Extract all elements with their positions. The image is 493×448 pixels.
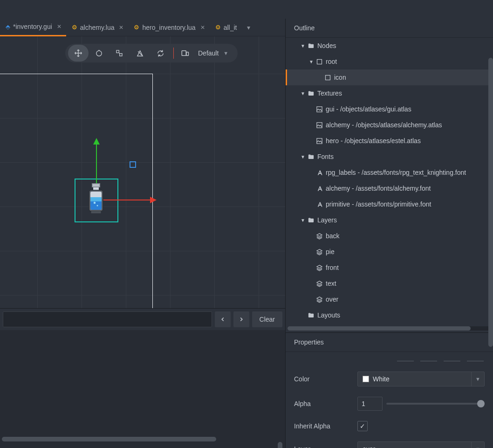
- console-next-button[interactable]: [233, 311, 249, 327]
- tree-row-pie[interactable]: pie: [286, 244, 493, 260]
- scrollbar-vertical[interactable]: [278, 442, 282, 448]
- tree-label: Textures: [317, 90, 342, 97]
- expand-icon[interactable]: ▼: [308, 59, 315, 64]
- layer-label: Layer: [294, 445, 357, 448]
- svg-rect-4: [186, 52, 189, 56]
- svg-rect-1: [116, 50, 119, 53]
- outline-tree[interactable]: ▼Nodes▼rooticon▼Texturesgui - /objects/a…: [286, 38, 493, 332]
- properties-title: Properties: [286, 333, 493, 352]
- tree-label: rpg_labels - /assets/fonts/rpg_text_knig…: [326, 169, 466, 176]
- editor-tabs: ⬘ *inventory.gui ✕ ⚙ alchemy.lua ✕ ⚙ her…: [0, 19, 285, 36]
- tree-row-hero[interactable]: hero - /objects/atlases/estel.atlas: [286, 133, 493, 149]
- tool-device[interactable]: [177, 45, 193, 62]
- expand-icon[interactable]: ▼: [300, 218, 306, 223]
- svg-rect-7: [93, 187, 99, 190]
- folder-icon: [306, 153, 315, 160]
- slider-thumb[interactable]: [477, 400, 485, 407]
- color-select[interactable]: White ▼: [357, 372, 485, 386]
- svg-rect-3: [182, 51, 186, 56]
- tree-row-rpglabels[interactable]: rpg_labels - /assets/fonts/rpg_text_knig…: [286, 165, 493, 180]
- expand-icon[interactable]: ▼: [300, 43, 306, 48]
- svg-point-13: [97, 205, 98, 207]
- tool-rotate[interactable]: [89, 45, 109, 62]
- alpha-input[interactable]: 1: [357, 397, 383, 411]
- layer-icon: [315, 248, 324, 255]
- tree-label: hero - /objects/atlases/estel.atlas: [326, 137, 421, 145]
- tab-alchemy-lua[interactable]: ⚙ alchemy.lua ✕: [66, 19, 129, 36]
- tab-label: alchemy.lua: [80, 24, 115, 31]
- svg-rect-14: [91, 211, 101, 214]
- tree-label: pie: [326, 248, 335, 255]
- scene-canvas[interactable]: [0, 36, 285, 308]
- color-label: Color: [294, 375, 357, 383]
- tree-row-textures[interactable]: ▼Textures: [286, 85, 493, 101]
- expand-icon[interactable]: ▼: [300, 154, 306, 159]
- console-prev-button[interactable]: [215, 311, 231, 327]
- chevron-down-icon: ▼: [223, 50, 228, 56]
- tree-label: over: [326, 296, 338, 303]
- tool-move[interactable]: [68, 45, 89, 62]
- tree-label: text: [326, 280, 336, 287]
- tree-label: Layers: [317, 216, 337, 224]
- tree-row-text[interactable]: text: [286, 276, 493, 291]
- box-icon: [315, 58, 324, 65]
- gear-icon: ⚙: [134, 24, 139, 31]
- layout-select[interactable]: Default ▼: [193, 49, 235, 57]
- tree-row-root[interactable]: ▼root: [286, 54, 493, 69]
- layer-icon: [315, 264, 324, 271]
- chevron-down-icon: ▼: [471, 442, 484, 448]
- folder-icon: [306, 90, 315, 97]
- alpha-slider[interactable]: [386, 403, 485, 405]
- tabs-dropdown[interactable]: ▾: [241, 24, 256, 31]
- chevron-down-icon: ▼: [471, 372, 484, 386]
- svg-rect-11: [90, 197, 102, 201]
- tree-label: primitive - /assets/fonts/primitive.font: [326, 200, 431, 208]
- cube-icon: ⬘: [6, 23, 10, 30]
- scrollbar-horizontal[interactable]: [2, 437, 216, 441]
- box-icon: [323, 74, 332, 81]
- tab-hero-inventory-lua[interactable]: ⚙ hero_inventory.lua ✕: [128, 19, 209, 36]
- tree-label: icon: [334, 74, 346, 81]
- close-icon[interactable]: ✕: [57, 23, 62, 30]
- tree-row-alchemy[interactable]: alchemy - /objects/atlases/alchemy.atlas: [286, 117, 493, 133]
- potion-sprite[interactable]: [85, 182, 107, 215]
- image-icon: [315, 138, 324, 145]
- svg-rect-15: [317, 59, 322, 64]
- tree-row-fonts[interactable]: ▼Fonts: [286, 149, 493, 165]
- alpha-label: Alpha: [294, 400, 357, 407]
- console-clear-button[interactable]: Clear: [252, 311, 282, 327]
- tool-refresh[interactable]: [150, 45, 171, 62]
- folder-icon: [306, 217, 315, 224]
- tool-scale[interactable]: [109, 45, 130, 62]
- tree-row-primitive[interactable]: primitive - /assets/fonts/primitive.font: [286, 196, 493, 212]
- console-input[interactable]: [3, 311, 212, 327]
- tree-row-gui[interactable]: gui - /objects/atlases/gui.atlas: [286, 101, 493, 117]
- tree-row-alchemy[interactable]: alchemy - /assets/fonts/alchemy.font: [286, 180, 493, 196]
- tree-row-back[interactable]: back: [286, 228, 493, 244]
- svg-rect-16: [325, 75, 330, 80]
- tree-label: Layouts: [317, 311, 340, 319]
- layer-select[interactable]: over ▼: [357, 441, 485, 448]
- scrollbar-horizontal[interactable]: [288, 326, 491, 331]
- tab-inventory-gui[interactable]: ⬘ *inventory.gui ✕: [0, 19, 66, 36]
- tab-all-it[interactable]: ⚙ all_it: [210, 19, 242, 36]
- font-icon: [315, 169, 324, 176]
- tree-row-over[interactable]: over: [286, 291, 493, 307]
- inherit-alpha-checkbox[interactable]: ✓: [357, 421, 368, 431]
- tree-row-icon[interactable]: icon: [286, 69, 493, 85]
- close-icon[interactable]: ✕: [200, 24, 205, 31]
- tree-label: Nodes: [317, 42, 336, 49]
- tree-row-layouts[interactable]: Layouts: [286, 307, 493, 323]
- tree-row-nodes[interactable]: ▼Nodes: [286, 38, 493, 54]
- scrollbar-vertical[interactable]: [488, 58, 493, 347]
- scene-viewport[interactable]: Default ▼: [0, 36, 285, 308]
- tool-visibility[interactable]: [130, 45, 150, 62]
- tree-label: alchemy - /objects/atlases/alchemy.atlas: [326, 121, 442, 129]
- tree-row-front[interactable]: front: [286, 260, 493, 276]
- close-icon[interactable]: ✕: [119, 24, 123, 31]
- tree-row-layers[interactable]: ▼Layers: [286, 212, 493, 228]
- console-panel: Clear: [0, 308, 285, 448]
- expand-icon[interactable]: ▼: [300, 91, 306, 96]
- image-icon: [315, 122, 324, 129]
- transform-handle[interactable]: [130, 161, 136, 168]
